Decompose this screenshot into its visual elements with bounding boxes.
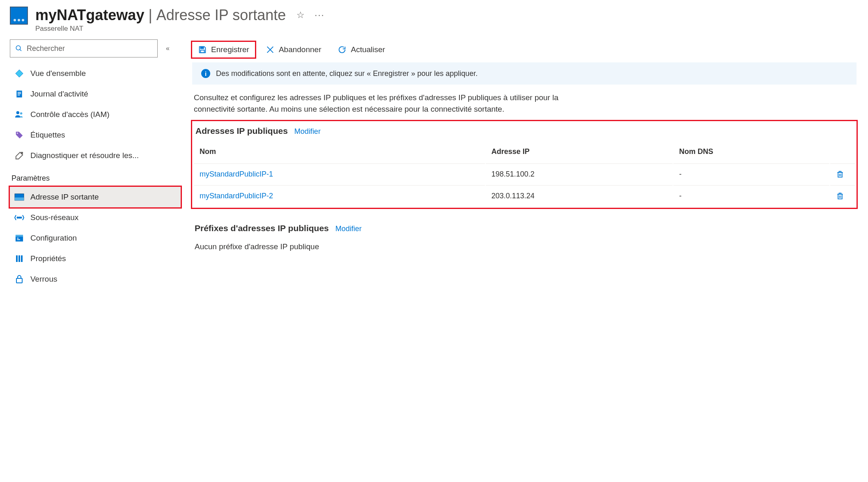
svg-rect-25 bbox=[200, 50, 204, 53]
nat-gateway-icon bbox=[10, 7, 28, 25]
svg-point-13 bbox=[19, 217, 20, 218]
search-icon bbox=[15, 45, 23, 52]
col-name: Nom bbox=[194, 141, 485, 163]
sidebar-item-label: Propriétés bbox=[30, 254, 66, 263]
col-dns: Nom DNS bbox=[673, 141, 829, 163]
sidebar-collapse-icon[interactable]: « bbox=[166, 45, 170, 52]
sidebar-item-label: Contrôle d'accès (IAM) bbox=[30, 110, 110, 119]
trash-icon bbox=[836, 170, 844, 179]
sidebar-search-input[interactable]: Rechercher bbox=[10, 39, 158, 57]
svg-rect-19 bbox=[17, 239, 20, 240]
svg-rect-18 bbox=[17, 238, 19, 239]
refresh-label: Actualiser bbox=[351, 45, 385, 54]
svg-rect-21 bbox=[18, 255, 20, 262]
svg-point-7 bbox=[16, 111, 19, 114]
sidebar-item-label: Adresse IP sortante bbox=[30, 193, 99, 202]
sidebar-item-outbound-ip[interactable]: Adresse IP sortante bbox=[10, 187, 181, 207]
overview-icon bbox=[14, 68, 25, 79]
command-bar: Enregistrer Abandonner Actualiser bbox=[192, 37, 857, 62]
svg-rect-24 bbox=[200, 47, 203, 49]
sidebar-item-label: Étiquettes bbox=[30, 131, 65, 140]
svg-rect-4 bbox=[18, 92, 21, 93]
save-icon bbox=[198, 45, 207, 54]
sidebar-item-label: Vue d'ensemble bbox=[30, 69, 86, 78]
public-ips-modify-link[interactable]: Modifier bbox=[294, 127, 321, 136]
title-separator: | bbox=[148, 7, 152, 24]
svg-rect-6 bbox=[18, 95, 20, 96]
diagnose-icon bbox=[14, 150, 25, 161]
svg-point-9 bbox=[17, 133, 18, 134]
page-header: myNATgateway | Adresse IP sortante ☆ ···… bbox=[0, 0, 868, 37]
sidebar: Rechercher « Vue d'ensemble Journal d'ac… bbox=[0, 37, 181, 289]
col-ip: Adresse IP bbox=[486, 141, 673, 163]
svg-line-1 bbox=[20, 49, 21, 51]
discard-button[interactable]: Abandonner bbox=[260, 42, 327, 57]
favorite-star-icon[interactable]: ☆ bbox=[296, 10, 305, 21]
sidebar-item-properties[interactable]: Propriétés bbox=[10, 248, 181, 269]
outbound-ip-icon bbox=[14, 192, 25, 202]
sidebar-item-diagnose[interactable]: Diagnostiquer et résoudre les... bbox=[10, 145, 181, 166]
sidebar-item-subnets[interactable]: Sous-réseaux bbox=[10, 207, 181, 228]
delete-row-button[interactable] bbox=[836, 191, 849, 200]
prefixes-section: Préfixes d'adresses IP publiques Modifie… bbox=[192, 219, 857, 256]
tags-icon bbox=[14, 130, 25, 140]
sidebar-item-label: Journal d'activité bbox=[30, 90, 88, 99]
save-label: Enregistrer bbox=[211, 45, 249, 54]
activity-log-icon bbox=[14, 89, 25, 99]
more-actions-icon[interactable]: ··· bbox=[315, 10, 324, 21]
sidebar-item-overview[interactable]: Vue d'ensemble bbox=[10, 63, 181, 84]
lock-icon bbox=[14, 274, 25, 285]
svg-point-10 bbox=[21, 152, 23, 154]
svg-point-14 bbox=[17, 217, 18, 218]
main-pane: Enregistrer Abandonner Actualiser i bbox=[181, 37, 868, 289]
resource-type-subtitle: Passerelle NAT bbox=[35, 25, 325, 33]
sidebar-item-label: Configuration bbox=[30, 234, 77, 243]
info-icon: i bbox=[201, 69, 210, 78]
properties-icon bbox=[14, 253, 25, 264]
svg-rect-31 bbox=[838, 194, 842, 199]
sidebar-item-iam[interactable]: Contrôle d'accès (IAM) bbox=[10, 104, 181, 125]
public-ips-table: Nom Adresse IP Nom DNS myStandardPublicI… bbox=[193, 140, 856, 207]
svg-rect-5 bbox=[18, 93, 21, 94]
refresh-icon bbox=[338, 45, 347, 54]
ip-name-link[interactable]: myStandardPublicIP-1 bbox=[194, 163, 485, 184]
ip-dns: - bbox=[673, 185, 829, 206]
svg-rect-12 bbox=[15, 197, 24, 200]
sidebar-item-label: Verrous bbox=[30, 275, 57, 284]
refresh-button[interactable]: Actualiser bbox=[332, 42, 390, 57]
intro-text: Consultez et configurez les adresses IP … bbox=[192, 85, 603, 119]
svg-rect-28 bbox=[838, 172, 842, 177]
subnets-icon bbox=[14, 212, 25, 223]
sidebar-item-label: Diagnostiquer et résoudre les... bbox=[30, 151, 139, 160]
svg-marker-2 bbox=[16, 70, 23, 77]
svg-point-15 bbox=[21, 217, 22, 218]
discard-label: Abandonner bbox=[279, 45, 321, 54]
svg-rect-23 bbox=[16, 278, 22, 283]
resource-name: myNATgateway bbox=[35, 7, 144, 24]
discard-icon bbox=[266, 45, 275, 54]
public-ips-section: Adresses IP publiques Modifier Nom Adres… bbox=[192, 121, 857, 208]
sidebar-item-tags[interactable]: Étiquettes bbox=[10, 125, 181, 145]
prefixes-empty-text: Aucun préfixe d'adresse IP publique bbox=[192, 237, 857, 256]
ip-name-link[interactable]: myStandardPublicIP-2 bbox=[194, 185, 485, 206]
svg-point-8 bbox=[20, 112, 23, 115]
sidebar-item-label: Sous-réseaux bbox=[30, 213, 78, 222]
prefixes-modify-link[interactable]: Modifier bbox=[335, 225, 362, 233]
page-title: Adresse IP sortante bbox=[156, 7, 286, 24]
delete-row-button[interactable] bbox=[836, 170, 849, 179]
table-row: myStandardPublicIP-1 198.51.100.2 - bbox=[194, 163, 855, 184]
trash-icon bbox=[836, 191, 844, 200]
sidebar-item-activitylog[interactable]: Journal d'activité bbox=[10, 84, 181, 104]
search-placeholder: Rechercher bbox=[27, 44, 65, 53]
sidebar-item-configuration[interactable]: Configuration bbox=[10, 228, 181, 248]
banner-text: Des modifications sont en attente, cliqu… bbox=[216, 69, 478, 78]
pending-changes-banner: i Des modifications sont en attente, cli… bbox=[192, 62, 857, 85]
configuration-icon bbox=[14, 233, 25, 243]
save-button[interactable]: Enregistrer bbox=[192, 42, 255, 57]
sidebar-item-locks[interactable]: Verrous bbox=[10, 269, 181, 289]
ip-address: 203.0.113.24 bbox=[486, 185, 673, 206]
ip-address: 198.51.100.2 bbox=[486, 163, 673, 184]
ip-dns: - bbox=[673, 163, 829, 184]
svg-point-0 bbox=[16, 46, 21, 50]
sidebar-group-settings: Paramètres bbox=[10, 166, 181, 187]
